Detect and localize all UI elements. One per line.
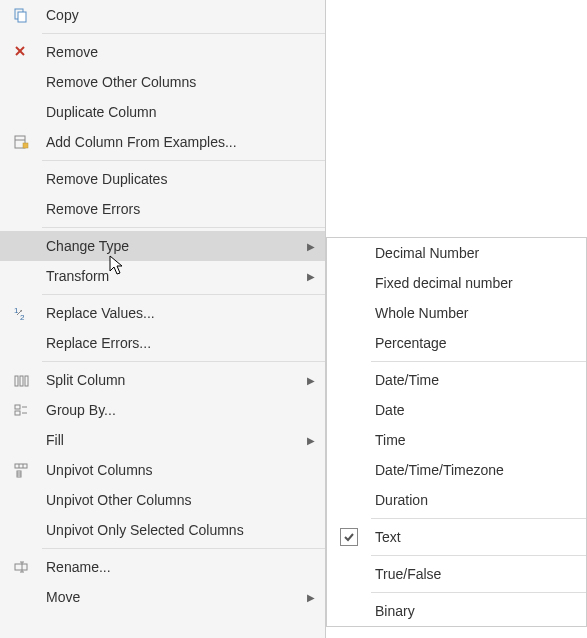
menu-label: Copy: [42, 7, 315, 23]
add-column-examples-icon: [0, 134, 42, 150]
svg-rect-23: [15, 564, 27, 570]
menu-label: Rename...: [42, 559, 315, 575]
svg-rect-10: [15, 376, 18, 386]
menu-label: Date/Time: [371, 372, 576, 388]
submenu-item-time[interactable]: Time: [327, 425, 586, 455]
svg-rect-13: [15, 405, 20, 409]
submenu-item-text[interactable]: Text: [327, 522, 586, 552]
submenu-item-percentage[interactable]: Percentage: [327, 328, 586, 358]
menu-item-copy[interactable]: Copy: [0, 0, 325, 30]
menu-label: Move: [42, 589, 299, 605]
remove-icon: [0, 44, 42, 60]
submenu-item-datetime[interactable]: Date/Time: [327, 365, 586, 395]
menu-label: Change Type: [42, 238, 299, 254]
checkmark-icon: [327, 528, 371, 546]
submenu-arrow-icon: ▶: [299, 592, 315, 603]
menu-item-remove-duplicates[interactable]: Remove Duplicates: [0, 164, 325, 194]
menu-label: Decimal Number: [371, 245, 576, 261]
menu-label: Add Column From Examples...: [42, 134, 315, 150]
svg-rect-14: [15, 411, 20, 415]
menu-item-remove-errors[interactable]: Remove Errors: [0, 194, 325, 224]
menu-label: Unpivot Only Selected Columns: [42, 522, 315, 538]
svg-text:2: 2: [20, 313, 25, 321]
svg-rect-11: [20, 376, 23, 386]
separator: [371, 361, 586, 362]
menu-label: Group By...: [42, 402, 315, 418]
submenu-arrow-icon: ▶: [299, 435, 315, 446]
menu-label: Duration: [371, 492, 576, 508]
copy-icon: [0, 7, 42, 23]
separator: [42, 361, 325, 362]
menu-label: Whole Number: [371, 305, 576, 321]
separator: [371, 592, 586, 593]
replace-values-icon: 1 2: [0, 305, 42, 321]
menu-item-unpivot-columns[interactable]: Unpivot Columns: [0, 455, 325, 485]
menu-label: Percentage: [371, 335, 576, 351]
submenu-arrow-icon: ▶: [299, 241, 315, 252]
submenu-item-decimal-number[interactable]: Decimal Number: [327, 238, 586, 268]
separator: [42, 227, 325, 228]
menu-label: Fill: [42, 432, 299, 448]
menu-item-unpivot-only-selected[interactable]: Unpivot Only Selected Columns: [0, 515, 325, 545]
menu-label: Replace Values...: [42, 305, 315, 321]
menu-label: Remove Other Columns: [42, 74, 315, 90]
menu-label: Binary: [371, 603, 576, 619]
menu-label: Remove Duplicates: [42, 171, 315, 187]
menu-item-replace-errors[interactable]: Replace Errors...: [0, 328, 325, 358]
menu-label: Text: [371, 529, 576, 545]
svg-rect-17: [15, 464, 27, 468]
menu-item-remove-other-columns[interactable]: Remove Other Columns: [0, 67, 325, 97]
menu-label: Split Column: [42, 372, 299, 388]
separator: [42, 33, 325, 34]
svg-rect-1: [18, 12, 26, 22]
submenu-item-duration[interactable]: Duration: [327, 485, 586, 515]
menu-label: Unpivot Other Columns: [42, 492, 315, 508]
menu-item-group-by[interactable]: Group By...: [0, 395, 325, 425]
menu-label: Date/Time/Timezone: [371, 462, 576, 478]
menu-item-split-column[interactable]: Split Column ▶: [0, 365, 325, 395]
separator: [42, 294, 325, 295]
menu-item-move[interactable]: Move ▶: [0, 582, 325, 612]
submenu-item-truefalse[interactable]: True/False: [327, 559, 586, 589]
menu-item-duplicate-column[interactable]: Duplicate Column: [0, 97, 325, 127]
separator: [371, 518, 586, 519]
menu-item-fill[interactable]: Fill ▶: [0, 425, 325, 455]
context-menu: Copy Remove Remove Other Columns Duplica…: [0, 0, 326, 638]
menu-label: Transform: [42, 268, 299, 284]
menu-label: Time: [371, 432, 576, 448]
menu-label: Replace Errors...: [42, 335, 315, 351]
menu-item-remove[interactable]: Remove: [0, 37, 325, 67]
group-by-icon: [0, 402, 42, 418]
rename-icon: [0, 559, 42, 575]
menu-label: Unpivot Columns: [42, 462, 315, 478]
submenu-item-binary[interactable]: Binary: [327, 596, 586, 626]
menu-item-change-type[interactable]: Change Type ▶: [0, 231, 325, 261]
submenu-item-whole-number[interactable]: Whole Number: [327, 298, 586, 328]
menu-label: True/False: [371, 566, 576, 582]
menu-label: Date: [371, 402, 576, 418]
menu-item-add-column-from-examples[interactable]: Add Column From Examples...: [0, 127, 325, 157]
svg-rect-12: [25, 376, 28, 386]
menu-item-rename[interactable]: Rename...: [0, 552, 325, 582]
menu-label: Fixed decimal number: [371, 275, 576, 291]
change-type-submenu: Decimal Number Fixed decimal number Whol…: [326, 237, 587, 627]
submenu-arrow-icon: ▶: [299, 271, 315, 282]
menu-item-replace-values[interactable]: 1 2 Replace Values...: [0, 298, 325, 328]
split-column-icon: [0, 372, 42, 388]
unpivot-icon: [0, 462, 42, 478]
separator: [42, 160, 325, 161]
svg-rect-6: [23, 143, 28, 148]
separator: [371, 555, 586, 556]
menu-label: Remove: [42, 44, 315, 60]
svg-rect-20: [17, 471, 21, 477]
menu-item-transform[interactable]: Transform ▶: [0, 261, 325, 291]
menu-label: Duplicate Column: [42, 104, 315, 120]
submenu-item-datetime-timezone[interactable]: Date/Time/Timezone: [327, 455, 586, 485]
separator: [42, 548, 325, 549]
menu-label: Remove Errors: [42, 201, 315, 217]
submenu-item-fixed-decimal-number[interactable]: Fixed decimal number: [327, 268, 586, 298]
submenu-arrow-icon: ▶: [299, 375, 315, 386]
menu-item-unpivot-other-columns[interactable]: Unpivot Other Columns: [0, 485, 325, 515]
submenu-item-date[interactable]: Date: [327, 395, 586, 425]
